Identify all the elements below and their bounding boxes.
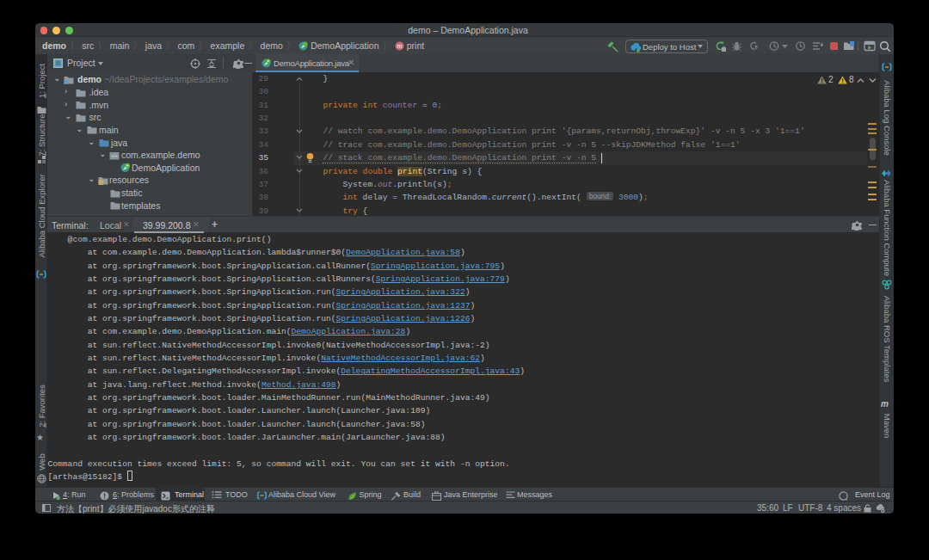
svg-text:m: m: [397, 43, 402, 49]
